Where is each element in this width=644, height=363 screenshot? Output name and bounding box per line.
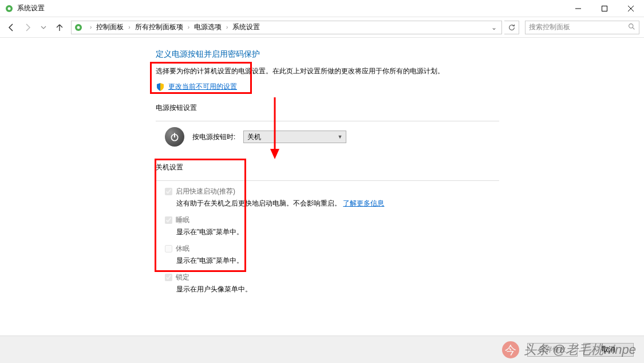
option-desc: 显示在"电源"菜单中。 [176, 227, 644, 237]
shutdown-options: 启用快速启动(推荐) 这有助于在关机之后更快地启动电脑。不会影响重启。 了解更多… [165, 187, 644, 294]
option-lock: 锁定 显示在用户头像菜单中。 [165, 273, 644, 294]
forward-button[interactable] [21, 21, 34, 34]
minimize-button[interactable] [565, 0, 591, 17]
address-bar[interactable]: › 控制面板 › 所有控制面板项 › 电源选项 › 系统设置 ⌄ [71, 21, 502, 34]
chevron-down-icon[interactable]: ⌄ [489, 23, 499, 31]
back-button[interactable] [5, 21, 18, 34]
up-button[interactable] [53, 21, 66, 34]
breadcrumb[interactable]: 电源选项 [193, 22, 223, 32]
checkbox-lock[interactable] [165, 274, 172, 281]
search-input[interactable]: 搜索控制面板 [525, 21, 639, 34]
option-fast-startup: 启用快速启动(推荐) 这有助于在关机之后更快地启动电脑。不会影响重启。 了解更多… [165, 187, 644, 208]
learn-more-link[interactable]: 了解更多信息 [343, 199, 384, 207]
chevron-right-icon: › [86, 24, 95, 30]
cancel-button[interactable]: 取消 [583, 343, 634, 357]
checkbox-fast-startup[interactable] [165, 188, 172, 195]
app-icon [5, 4, 14, 13]
svg-rect-3 [602, 6, 607, 11]
option-desc: 显示在"电源"菜单中。 [176, 256, 644, 266]
section-title-shutdown: 关机设置 [156, 163, 499, 173]
chevron-right-icon: › [223, 24, 231, 30]
page-description: 选择要为你的计算机设置的电源设置。在此页上对设置所做的更改将应用于你所有的电源计… [156, 66, 644, 76]
power-button-label: 按电源按钮时: [192, 132, 235, 142]
breadcrumb[interactable]: 所有控制面板项 [134, 22, 184, 32]
save-button[interactable]: 保存修改 [527, 343, 578, 357]
svg-point-1 [8, 7, 11, 10]
breadcrumb[interactable]: 系统设置 [231, 22, 261, 32]
checkbox-hibernate[interactable] [165, 245, 172, 252]
location-icon [74, 23, 83, 32]
option-hibernate: 休眠 显示在"电源"菜单中。 [165, 244, 644, 266]
footer: 保存修改 取消 [0, 336, 644, 363]
content-area: 定义电源按钮并启用密码保护 选择要为你的计算机设置的电源设置。在此页上对设置所做… [0, 38, 644, 294]
refresh-button[interactable] [504, 21, 519, 34]
close-button[interactable] [618, 0, 644, 17]
chevron-right-icon: › [125, 24, 133, 30]
search-icon [628, 23, 635, 32]
option-desc: 这有助于在关机之后更快地启动电脑。不会影响重启。 了解更多信息 [176, 199, 644, 208]
svg-line-9 [633, 27, 634, 29]
page-heading: 定义电源按钮并启用密码保护 [156, 49, 644, 60]
option-sleep: 睡眠 显示在"电源"菜单中。 [165, 215, 644, 237]
breadcrumb[interactable]: 控制面板 [95, 22, 125, 32]
power-icon [165, 127, 184, 147]
checkbox-sleep[interactable] [165, 216, 172, 224]
power-button-row: 按电源按钮时: 关机 ▼ [165, 127, 644, 147]
unlock-settings-row: 更改当前不可用的设置 [156, 82, 644, 92]
recent-dropdown[interactable] [37, 21, 50, 34]
power-action-select[interactable]: 关机 ▼ [243, 131, 346, 143]
svg-point-7 [77, 26, 80, 29]
toolbar: › 控制面板 › 所有控制面板项 › 电源选项 › 系统设置 ⌄ 搜索控制面板 [0, 17, 644, 38]
unlock-settings-link[interactable]: 更改当前不可用的设置 [168, 82, 237, 92]
section-title-power-button: 电源按钮设置 [156, 103, 499, 114]
power-action-value: 关机 [247, 132, 261, 142]
chevron-down-icon: ▼ [337, 134, 342, 140]
search-placeholder: 搜索控制面板 [529, 22, 628, 32]
window-title: 系统设置 [17, 3, 565, 13]
maximize-button[interactable] [591, 0, 618, 17]
chevron-right-icon: › [184, 24, 193, 30]
titlebar: 系统设置 [0, 0, 644, 17]
svg-point-8 [629, 23, 633, 27]
option-desc: 显示在用户头像菜单中。 [176, 285, 644, 294]
shield-icon [156, 82, 165, 92]
